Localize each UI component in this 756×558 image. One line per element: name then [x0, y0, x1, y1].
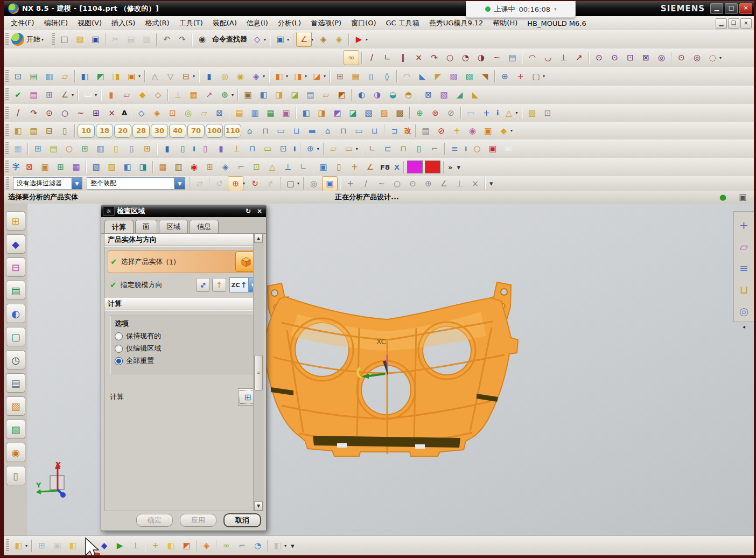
high-quality-image-icon[interactable]: ◈ — [332, 32, 346, 46]
promote-body-icon[interactable]: ◩ — [179, 539, 194, 553]
magenta-color[interactable] — [407, 161, 423, 173]
point-on-curve-icon[interactable]: ⊙ — [674, 51, 689, 65]
slide-1-icon[interactable]: ▮ — [160, 142, 174, 156]
join-curve-icon[interactable]: ▦ — [263, 106, 278, 120]
point-grid-icon[interactable]: ▦ — [11, 142, 25, 156]
toolbar-handle[interactable] — [6, 177, 9, 190]
arc-3pt-icon[interactable]: ◔ — [458, 51, 473, 65]
mdi-minimize-button[interactable]: ▁ — [716, 18, 727, 29]
sheet-body-icon[interactable]: ▱ — [120, 88, 134, 102]
snap-midpoint-icon[interactable]: + — [343, 177, 358, 191]
window-tool-4-icon[interactable]: ▥ — [93, 142, 108, 156]
section-calculate[interactable]: 计算 ∧ — [104, 298, 263, 311]
size-10-icon[interactable]: 10 — [78, 124, 95, 138]
bounded-plane-icon[interactable]: ▱ — [319, 88, 333, 102]
sketch-chain-icon[interactable]: ∞ — [344, 50, 359, 65]
rectangle-tool-icon[interactable]: ▭ — [81, 88, 95, 102]
face-check-icon[interactable]: ▣ — [38, 160, 52, 174]
quick-trim-icon[interactable]: ↗ — [572, 51, 586, 65]
offset-ellipse-icon[interactable]: ◎ — [690, 51, 704, 65]
moldbase-10-icon[interactable]: ⊐ — [387, 124, 402, 138]
extrude-icon[interactable]: ▮ — [202, 69, 216, 83]
fillet-icon[interactable]: ◠ — [525, 51, 540, 65]
sphere-icon[interactable]: ◆ — [135, 88, 150, 102]
deselect-all-icon[interactable]: ↺ — [212, 177, 227, 191]
scroll-down-icon[interactable]: ▼ — [254, 501, 263, 511]
information-window-icon[interactable]: ▣ — [273, 32, 288, 46]
grid-check-icon[interactable]: ⊞ — [53, 160, 68, 174]
hatch-analysis-icon[interactable]: ▨ — [525, 106, 540, 120]
toolbar-handle[interactable] — [5, 70, 9, 83]
combined-projection-icon[interactable]: ◈ — [150, 106, 164, 120]
layer-settings-icon[interactable]: ▤ — [26, 69, 41, 83]
spreadsheet-icon[interactable]: ⊞ — [42, 88, 57, 102]
chevron-down-icon[interactable]: ▾ — [324, 74, 328, 79]
mirror-assembly-icon[interactable]: ▣ — [124, 69, 139, 83]
conic-icon[interactable]: ◑ — [474, 51, 488, 65]
overflow-caret[interactable]: ▾ — [454, 160, 463, 174]
menu-item-11[interactable]: GC 工具箱 — [381, 17, 424, 30]
window-tool-3-icon[interactable]: ⊞ — [78, 142, 92, 156]
close-button[interactable]: × — [739, 3, 752, 14]
chevron-down-icon[interactable]: ▾ — [138, 74, 143, 79]
cube-tool-icon[interactable]: ▣ — [316, 160, 331, 174]
suppress-icon[interactable]: ⊘ — [434, 124, 449, 138]
history-browser-icon[interactable]: ▢ — [6, 327, 25, 346]
delete-face-icon[interactable]: ◥ — [478, 69, 492, 83]
grid-tool-2-icon[interactable]: ⊞ — [202, 160, 217, 174]
move-face-icon[interactable]: + — [735, 216, 753, 234]
surface-array-icon[interactable]: ▧ — [361, 106, 376, 120]
clamp-tool-icon[interactable]: ⊓ — [396, 142, 411, 156]
snap-quadrant-icon[interactable]: ⊕ — [421, 177, 436, 191]
remember-constraints-icon[interactable]: + — [148, 539, 163, 553]
command-finder-label[interactable]: 命令查找器 — [210, 32, 249, 46]
size-30-icon[interactable]: 30 — [151, 124, 168, 138]
ring-tool-icon[interactable]: ○ — [62, 142, 76, 156]
radio-icon[interactable] — [115, 332, 123, 340]
basic-circle-icon[interactable]: ⊙ — [42, 106, 57, 120]
radio-keep-existing[interactable]: 保持现有的 — [115, 331, 253, 341]
menu-item-10[interactable]: 窗口(O) — [346, 17, 381, 30]
snap-spline-icon[interactable]: ~ — [374, 177, 389, 191]
blend-surface-icon[interactable]: ◪ — [346, 106, 360, 120]
chevron-down-icon[interactable]: ▾ — [284, 543, 289, 548]
gear-icon[interactable]: ☼ — [103, 206, 115, 216]
open-folder-icon[interactable]: ▱ — [326, 142, 341, 156]
lifter-2[interactable]: I — [291, 142, 298, 156]
chevron-down-icon[interactable]: ▾ — [72, 93, 76, 97]
context-control-icon[interactable]: ◧ — [270, 539, 285, 553]
ok-button[interactable]: 确定 — [136, 514, 173, 527]
moldbase-3-icon[interactable]: ▭ — [274, 124, 288, 138]
sew-icon[interactable]: ▤ — [303, 88, 318, 102]
pocket-icon[interactable]: ▦ — [186, 88, 201, 102]
moldbase-7-icon[interactable]: ⊓ — [336, 124, 351, 138]
start-button[interactable]: 开始 ▾ — [10, 32, 49, 46]
modify-button[interactable]: 改 — [402, 124, 414, 138]
unite-icon[interactable]: ◧ — [272, 69, 286, 83]
mold-tool-4-icon[interactable]: ▯ — [58, 124, 72, 138]
chevron-down-icon[interactable]: ▾ — [232, 93, 236, 97]
chevron-down-icon[interactable]: ▾ — [356, 147, 360, 151]
add-component-icon[interactable]: ◧ — [66, 539, 80, 553]
chevron-down-icon[interactable]: ▾ — [311, 37, 316, 42]
chevron-down-icon[interactable]: ▾ — [554, 6, 557, 12]
chevron-down-icon[interactable]: ▾ — [287, 37, 291, 42]
selection-filter-dropdown[interactable]: 没有选择过滤器 ▼ — [13, 177, 82, 190]
bracket-tool-icon[interactable]: ⊏ — [381, 142, 395, 156]
make-corner-icon[interactable]: ⊥ — [556, 51, 571, 65]
insert-rect-icon[interactable]: ▭ — [261, 142, 275, 156]
trim-body-icon[interactable]: ▯ — [364, 69, 379, 83]
window-tool-2-icon[interactable]: ▤ — [46, 142, 61, 156]
corner-tool-2-icon[interactable]: ⌐ — [234, 160, 248, 174]
project-curve-icon[interactable]: ◇ — [134, 106, 149, 120]
chevron-down-icon[interactable]: ▾ — [286, 74, 290, 79]
chevron-down-icon[interactable]: ▾ — [264, 37, 268, 42]
highlight-toggle-icon[interactable]: ◎ — [306, 177, 321, 191]
profile-icon[interactable]: / — [365, 51, 379, 65]
tab-region[interactable]: 区域 — [159, 220, 188, 233]
slide-4-icon[interactable]: ▮ — [214, 142, 228, 156]
sketch-point-icon[interactable]: ∟ — [380, 51, 395, 65]
rotate-about-point-icon[interactable]: ↻ — [248, 177, 262, 191]
hd3d-tool-icon[interactable]: ▦ — [156, 160, 170, 174]
moldbase-4-icon[interactable]: ⊔ — [289, 124, 304, 138]
